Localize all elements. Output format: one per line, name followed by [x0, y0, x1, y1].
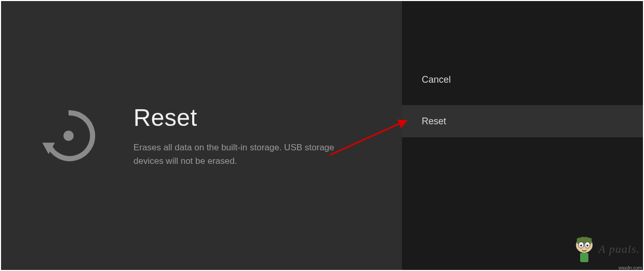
page-description: Erases all data on the built-in storage.…	[133, 141, 341, 167]
cancel-button[interactable]: Cancel	[402, 63, 643, 96]
reset-label: Reset	[422, 116, 446, 127]
svg-point-7	[580, 244, 582, 247]
reset-icon-container	[32, 107, 105, 164]
settings-screen: Reset Erases all data on the built-in st…	[1, 1, 643, 270]
reset-restore-icon	[40, 107, 97, 164]
cancel-label: Cancel	[422, 74, 451, 85]
info-panel: Reset Erases all data on the built-in st…	[1, 1, 402, 270]
action-panel: Cancel Reset	[402, 1, 643, 270]
source-text: wsxdn.com	[619, 265, 642, 270]
reset-button[interactable]: Reset	[402, 105, 643, 137]
reset-text-block: Reset Erases all data on the built-in st…	[133, 104, 341, 167]
watermark-text: A puals.	[598, 242, 640, 256]
watermark-mascot-icon	[573, 235, 596, 263]
svg-point-8	[586, 244, 588, 247]
page-title: Reset	[133, 104, 341, 132]
svg-point-1	[63, 131, 74, 141]
watermark: A puals.	[573, 235, 640, 263]
svg-rect-9	[580, 253, 588, 262]
